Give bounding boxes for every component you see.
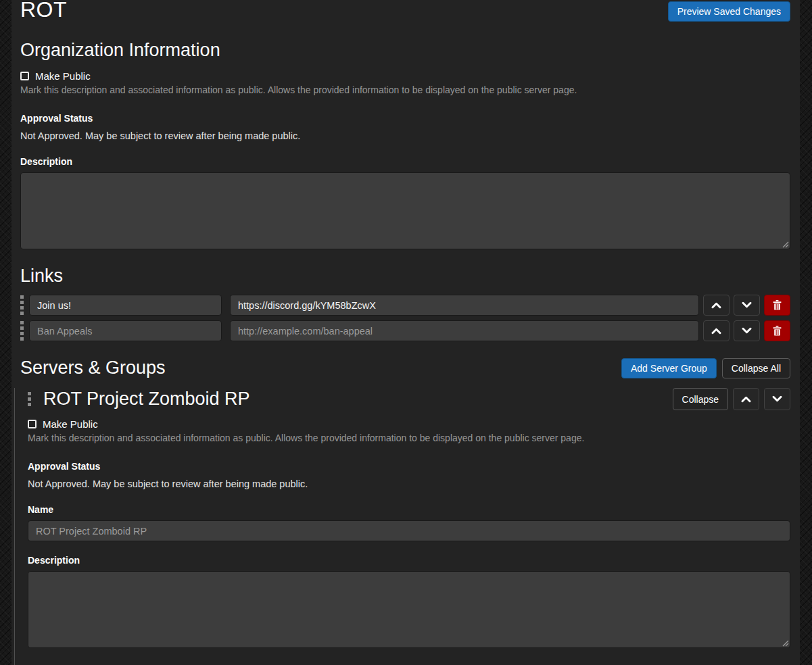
drag-handle[interactable] xyxy=(20,295,24,315)
resize-handle-icon[interactable] xyxy=(781,639,789,647)
move-down-button[interactable] xyxy=(734,320,760,341)
drag-handle[interactable] xyxy=(28,392,31,406)
link-url-input[interactable] xyxy=(230,320,699,341)
move-group-up-button[interactable] xyxy=(733,388,759,410)
server-group: ROT Project Zomboid RP Collapse Make Pub… xyxy=(14,388,790,665)
org-description-label: Description xyxy=(20,156,790,167)
group-make-public-checkbox[interactable] xyxy=(28,420,37,428)
drag-dot xyxy=(20,332,24,335)
link-label-input[interactable] xyxy=(29,320,222,341)
links-heading: Links xyxy=(20,266,790,287)
group-name-label: Name xyxy=(28,504,790,515)
drag-dot xyxy=(20,306,24,310)
move-group-down-button[interactable] xyxy=(764,388,790,410)
org-make-public-help: Mark this description and associated inf… xyxy=(20,84,790,95)
drag-dot xyxy=(20,312,24,315)
page-content: ROT Preview Saved Changes Organization I… xyxy=(11,0,800,665)
chevron-up-icon xyxy=(711,327,721,335)
link-row xyxy=(20,320,790,341)
group-approval-status-label: Approval Status xyxy=(28,461,790,472)
delete-link-button[interactable] xyxy=(764,320,790,341)
drag-dot xyxy=(20,321,24,324)
drag-dot xyxy=(20,337,24,341)
org-approval-status-label: Approval Status xyxy=(20,113,790,124)
group-make-public-help: Mark this description and associated inf… xyxy=(28,433,790,443)
resize-handle-icon[interactable] xyxy=(781,240,789,248)
move-up-button[interactable] xyxy=(703,320,730,341)
drag-dot xyxy=(28,403,31,406)
chevron-up-icon xyxy=(711,301,721,309)
move-down-button[interactable] xyxy=(734,295,760,316)
trash-icon xyxy=(773,300,782,310)
collapse-group-button[interactable]: Collapse xyxy=(673,388,728,410)
delete-link-button[interactable] xyxy=(764,295,790,316)
org-description-textarea[interactable] xyxy=(20,172,790,249)
org-make-public-row: Make Public xyxy=(20,70,790,82)
drag-dot xyxy=(28,392,31,395)
org-info-heading: Organization Information xyxy=(20,40,790,61)
servers-groups-header: Servers & Groups Add Server Group Collap… xyxy=(20,358,790,378)
group-description-label: Description xyxy=(28,555,790,566)
drag-dot xyxy=(20,295,24,299)
link-url-input[interactable] xyxy=(230,295,699,316)
collapse-all-button[interactable]: Collapse All xyxy=(722,358,790,378)
chevron-down-icon xyxy=(772,395,782,403)
drag-handle[interactable] xyxy=(20,321,24,341)
link-label-input[interactable] xyxy=(29,295,222,316)
group-approval-status-value: Not Approved. May be subject to review a… xyxy=(28,478,790,489)
chevron-down-icon xyxy=(742,327,752,335)
drag-dot xyxy=(20,301,24,304)
org-make-public-label: Make Public xyxy=(35,70,91,82)
add-server-group-button[interactable]: Add Server Group xyxy=(621,358,717,378)
group-make-public-label: Make Public xyxy=(43,418,98,430)
link-row xyxy=(20,295,790,316)
page-header: ROT Preview Saved Changes xyxy=(20,0,790,22)
group-name-input[interactable] xyxy=(28,520,790,541)
preview-saved-changes-button[interactable]: Preview Saved Changes xyxy=(668,1,790,22)
drag-dot xyxy=(28,397,31,401)
trash-icon xyxy=(773,326,782,336)
org-make-public-checkbox[interactable] xyxy=(20,72,29,80)
chevron-up-icon xyxy=(741,395,751,403)
org-approval-status-value: Not Approved. May be subject to review a… xyxy=(20,130,790,141)
page-title: ROT xyxy=(20,0,67,22)
move-up-button[interactable] xyxy=(703,295,730,316)
group-description-textarea[interactable] xyxy=(28,571,790,648)
chevron-down-icon xyxy=(742,301,752,309)
server-group-title: ROT Project Zomboid RP xyxy=(43,389,673,410)
servers-groups-heading: Servers & Groups xyxy=(20,358,166,378)
server-group-header: ROT Project Zomboid RP Collapse xyxy=(28,388,790,410)
group-make-public-row: Make Public xyxy=(28,418,790,430)
drag-dot xyxy=(20,326,24,330)
